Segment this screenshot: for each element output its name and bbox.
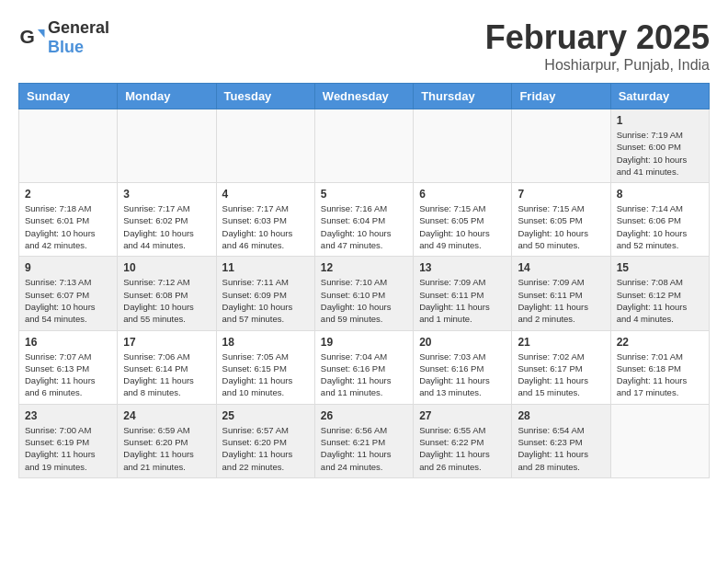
- calendar-cell: 27Sunrise: 6:55 AM Sunset: 6:22 PM Dayli…: [414, 404, 512, 477]
- day-number: 9: [25, 261, 111, 274]
- day-number: 8: [617, 188, 703, 201]
- calendar-cell: [512, 109, 610, 183]
- calendar-cell: 9Sunrise: 7:13 AM Sunset: 6:07 PM Daylig…: [19, 257, 118, 330]
- day-number: 17: [123, 336, 210, 349]
- day-info: Sunrise: 7:16 AM Sunset: 6:04 PM Dayligh…: [321, 202, 407, 251]
- day-number: 25: [222, 409, 309, 422]
- calendar-cell: 15Sunrise: 7:08 AM Sunset: 6:12 PM Dayli…: [610, 257, 709, 330]
- weekday-header-thursday: Thursday: [414, 84, 512, 109]
- day-number: 14: [518, 261, 604, 274]
- day-number: 1: [617, 114, 703, 127]
- weekday-header-sunday: Sunday: [19, 84, 118, 109]
- day-number: 15: [617, 261, 703, 274]
- day-info: Sunrise: 7:05 AM Sunset: 6:15 PM Dayligh…: [222, 350, 309, 399]
- calendar-cell: 1Sunrise: 7:19 AM Sunset: 6:00 PM Daylig…: [610, 109, 709, 183]
- svg-text:G: G: [20, 26, 35, 47]
- day-number: 16: [25, 336, 111, 349]
- weekday-header-wednesday: Wednesday: [314, 84, 413, 109]
- day-info: Sunrise: 6:55 AM Sunset: 6:22 PM Dayligh…: [419, 424, 506, 473]
- calendar-week-3: 9Sunrise: 7:13 AM Sunset: 6:07 PM Daylig…: [19, 257, 710, 330]
- day-info: Sunrise: 7:04 AM Sunset: 6:16 PM Dayligh…: [321, 350, 407, 399]
- page-header: G General Blue February 2025 Hoshiarpur,…: [18, 18, 710, 74]
- day-info: Sunrise: 7:17 AM Sunset: 6:03 PM Dayligh…: [222, 202, 309, 251]
- calendar-cell: 26Sunrise: 6:56 AM Sunset: 6:21 PM Dayli…: [314, 404, 413, 477]
- logo-icon: G: [18, 24, 46, 52]
- calendar-cell: [314, 109, 413, 183]
- calendar-cell: 24Sunrise: 6:59 AM Sunset: 6:20 PM Dayli…: [118, 404, 216, 477]
- svg-marker-1: [38, 29, 45, 38]
- calendar-week-1: 1Sunrise: 7:19 AM Sunset: 6:00 PM Daylig…: [19, 109, 710, 183]
- calendar-cell: 7Sunrise: 7:15 AM Sunset: 6:05 PM Daylig…: [512, 183, 610, 257]
- day-number: 11: [222, 261, 309, 274]
- day-info: Sunrise: 7:15 AM Sunset: 6:05 PM Dayligh…: [419, 202, 506, 251]
- calendar-cell: 6Sunrise: 7:15 AM Sunset: 6:05 PM Daylig…: [414, 183, 512, 257]
- calendar-cell: 23Sunrise: 7:00 AM Sunset: 6:19 PM Dayli…: [19, 404, 118, 477]
- day-number: 3: [123, 188, 210, 201]
- day-number: 5: [321, 188, 407, 201]
- day-number: 6: [419, 188, 506, 201]
- day-info: Sunrise: 7:13 AM Sunset: 6:07 PM Dayligh…: [25, 276, 111, 325]
- day-info: Sunrise: 6:57 AM Sunset: 6:20 PM Dayligh…: [222, 424, 309, 473]
- calendar-cell: [19, 109, 118, 183]
- day-info: Sunrise: 7:09 AM Sunset: 6:11 PM Dayligh…: [518, 276, 604, 325]
- calendar-cell: [118, 109, 216, 183]
- logo: G General Blue: [18, 18, 109, 57]
- calendar-cell: 19Sunrise: 7:04 AM Sunset: 6:16 PM Dayli…: [314, 330, 413, 404]
- day-info: Sunrise: 7:14 AM Sunset: 6:06 PM Dayligh…: [617, 202, 703, 251]
- weekday-header-monday: Monday: [118, 84, 216, 109]
- calendar-cell: 2Sunrise: 7:18 AM Sunset: 6:01 PM Daylig…: [19, 183, 118, 257]
- calendar-cell: [216, 109, 314, 183]
- calendar-table: SundayMondayTuesdayWednesdayThursdayFrid…: [18, 83, 710, 478]
- calendar-cell: 10Sunrise: 7:12 AM Sunset: 6:08 PM Dayli…: [118, 257, 216, 330]
- calendar-cell: 18Sunrise: 7:05 AM Sunset: 6:15 PM Dayli…: [216, 330, 314, 404]
- day-info: Sunrise: 7:00 AM Sunset: 6:19 PM Dayligh…: [25, 424, 111, 473]
- day-info: Sunrise: 7:19 AM Sunset: 6:00 PM Dayligh…: [617, 129, 703, 178]
- day-number: 7: [518, 188, 604, 201]
- calendar-cell: 22Sunrise: 7:01 AM Sunset: 6:18 PM Dayli…: [610, 330, 709, 404]
- day-number: 21: [518, 336, 604, 349]
- calendar-header-row: SundayMondayTuesdayWednesdayThursdayFrid…: [19, 84, 710, 109]
- calendar-cell: 4Sunrise: 7:17 AM Sunset: 6:03 PM Daylig…: [216, 183, 314, 257]
- weekday-header-tuesday: Tuesday: [216, 84, 314, 109]
- day-number: 23: [25, 409, 111, 422]
- day-info: Sunrise: 7:08 AM Sunset: 6:12 PM Dayligh…: [617, 276, 703, 325]
- day-info: Sunrise: 7:01 AM Sunset: 6:18 PM Dayligh…: [617, 350, 703, 399]
- day-info: Sunrise: 7:18 AM Sunset: 6:01 PM Dayligh…: [25, 202, 111, 251]
- calendar-cell: 14Sunrise: 7:09 AM Sunset: 6:11 PM Dayli…: [512, 257, 610, 330]
- day-number: 24: [123, 409, 210, 422]
- calendar-cell: [610, 404, 709, 477]
- day-number: 20: [419, 336, 506, 349]
- day-info: Sunrise: 7:15 AM Sunset: 6:05 PM Dayligh…: [518, 202, 604, 251]
- day-number: 4: [222, 188, 309, 201]
- location-title: Hoshiarpur, Punjab, India: [485, 57, 710, 74]
- day-number: 28: [518, 409, 604, 422]
- calendar-cell: 12Sunrise: 7:10 AM Sunset: 6:10 PM Dayli…: [314, 257, 413, 330]
- day-info: Sunrise: 7:06 AM Sunset: 6:14 PM Dayligh…: [123, 350, 210, 399]
- day-number: 13: [419, 261, 506, 274]
- calendar-cell: 17Sunrise: 7:06 AM Sunset: 6:14 PM Dayli…: [118, 330, 216, 404]
- day-number: 26: [321, 409, 407, 422]
- day-info: Sunrise: 6:59 AM Sunset: 6:20 PM Dayligh…: [123, 424, 210, 473]
- day-info: Sunrise: 7:03 AM Sunset: 6:16 PM Dayligh…: [419, 350, 506, 399]
- calendar-cell: 16Sunrise: 7:07 AM Sunset: 6:13 PM Dayli…: [19, 330, 118, 404]
- calendar-week-2: 2Sunrise: 7:18 AM Sunset: 6:01 PM Daylig…: [19, 183, 710, 257]
- day-number: 19: [321, 336, 407, 349]
- day-info: Sunrise: 7:11 AM Sunset: 6:09 PM Dayligh…: [222, 276, 309, 325]
- day-info: Sunrise: 7:09 AM Sunset: 6:11 PM Dayligh…: [419, 276, 506, 325]
- calendar-cell: 28Sunrise: 6:54 AM Sunset: 6:23 PM Dayli…: [512, 404, 610, 477]
- day-number: 2: [25, 188, 111, 201]
- calendar-cell: 5Sunrise: 7:16 AM Sunset: 6:04 PM Daylig…: [314, 183, 413, 257]
- weekday-header-friday: Friday: [512, 84, 610, 109]
- day-number: 22: [617, 336, 703, 349]
- day-number: 12: [321, 261, 407, 274]
- day-info: Sunrise: 6:56 AM Sunset: 6:21 PM Dayligh…: [321, 424, 407, 473]
- day-info: Sunrise: 7:02 AM Sunset: 6:17 PM Dayligh…: [518, 350, 604, 399]
- day-info: Sunrise: 7:10 AM Sunset: 6:10 PM Dayligh…: [321, 276, 407, 325]
- day-info: Sunrise: 7:17 AM Sunset: 6:02 PM Dayligh…: [123, 202, 210, 251]
- calendar-cell: [414, 109, 512, 183]
- calendar-week-4: 16Sunrise: 7:07 AM Sunset: 6:13 PM Dayli…: [19, 330, 710, 404]
- day-info: Sunrise: 6:54 AM Sunset: 6:23 PM Dayligh…: [518, 424, 604, 473]
- logo-blue: Blue: [48, 38, 84, 56]
- day-number: 18: [222, 336, 309, 349]
- day-number: 10: [123, 261, 210, 274]
